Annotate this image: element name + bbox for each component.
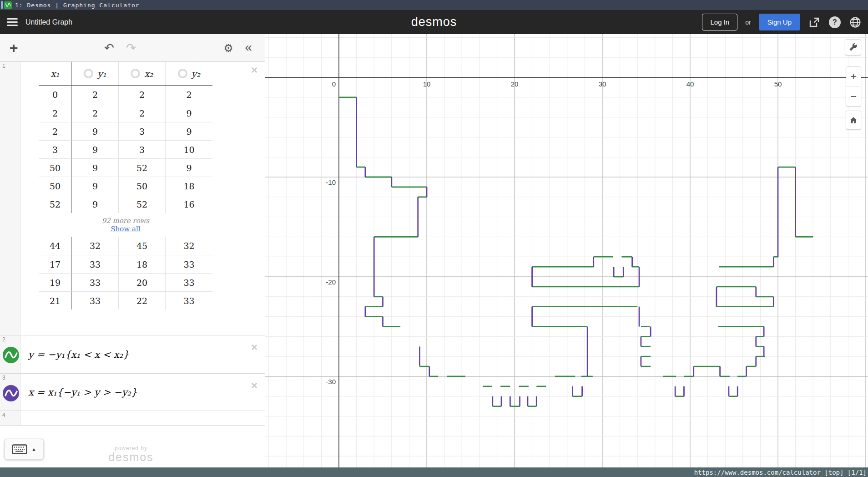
table-cell[interactable]: 52 [119,158,166,177]
more-rows-note: 92 more rows Show all [39,213,212,237]
table-cell[interactable]: 17 [39,255,72,273]
axis-tick-label: 10 [423,80,431,88]
app-header: Untitled Graph desmos Log In or Sign Up … [0,10,868,34]
item-index: 2 [2,336,5,343]
close-icon[interactable]: × [251,66,257,75]
table-cell[interactable]: 3 [39,140,72,158]
expression-item-4-empty[interactable]: 4 [0,411,265,426]
table-row: 19332033 [39,273,212,291]
share-icon[interactable] [808,16,821,29]
table-cell[interactable]: 2 [119,86,166,104]
curve-style-icon-purple[interactable] [2,385,20,402]
expression-latex[interactable]: x = x₁{−y₁ > y > −y₂} [28,387,137,398]
table-cell[interactable]: 50 [39,158,72,177]
zoom-in-button[interactable]: + [846,67,861,86]
table-cell[interactable]: 21 [39,291,72,310]
close-icon[interactable]: × [251,343,257,352]
edit-list-gear-icon[interactable]: ⚙ [219,34,237,62]
table-cell[interactable]: 20 [119,273,166,291]
table-cell[interactable]: 9 [166,104,212,122]
item-index: 4 [2,412,5,418]
table-header-cell: x₂ [119,62,166,85]
column-toggle-circle[interactable] [178,69,187,78]
status-url: https://www.desmos.com/calculator [top] … [694,469,867,476]
undo-icon[interactable]: ↶ [99,34,119,62]
table-cell[interactable]: 2 [72,104,119,122]
curve-style-icon-green[interactable] [2,346,20,364]
axis-tick-label: 40 [686,80,694,88]
axis-tick-label: 0 [332,80,336,88]
table-cell[interactable]: 3 [119,140,166,158]
column-label: x₁ [50,68,59,79]
table-cell[interactable]: 9 [166,158,212,177]
axis-tick-label: 50 [774,80,782,88]
table-row: 21332233 [39,291,212,310]
table-row: 17331833 [39,255,212,273]
login-button[interactable]: Log In [702,14,737,30]
keyboard-toggle-button[interactable]: ▲ [5,439,44,460]
expression-item-table[interactable]: 1 × x₁y₁x₂y₂ 022222292939393105095295095… [0,62,265,335]
expression-item-2[interactable]: 2 y = −y₁{x₁ < x < x₂} × [0,335,265,374]
table-cell[interactable]: 44 [39,237,72,255]
desmos-logo-icon [4,1,12,9]
table-cell[interactable]: 3 [119,122,166,140]
default-view-home-button[interactable] [846,111,861,130]
table-cell[interactable]: 33 [72,291,119,310]
table-cell[interactable]: 32 [166,237,212,255]
zoom-out-button[interactable]: − [846,86,861,106]
table-cell[interactable]: 32 [72,237,119,255]
table-cell[interactable]: 9 [72,122,119,140]
show-all-link[interactable]: Show all [111,225,140,233]
table-cell[interactable]: 9 [72,158,119,177]
table-cell[interactable]: 9 [166,122,212,140]
table-cell[interactable]: 2 [39,122,72,140]
table-cell[interactable]: 10 [166,140,212,158]
table-cell[interactable]: 2 [72,86,119,104]
terminal-titlebar: 1: Desmos | Graphing Calculator [0,0,868,10]
table-cell[interactable]: 9 [72,177,119,195]
table-row: 509529 [39,158,212,177]
table-cell[interactable]: 19 [39,273,72,291]
table-cell[interactable]: 2 [166,86,212,104]
table-cell[interactable]: 0 [39,86,72,104]
table-cell[interactable]: 33 [72,255,119,273]
table-cell[interactable]: 2 [119,104,166,122]
keyboard-open-arrow: ▲ [31,447,36,452]
help-icon[interactable]: ? [828,16,841,29]
signup-button[interactable]: Sign Up [759,14,800,30]
table-header-cell: y₁ [72,62,119,85]
graph-paper[interactable]: 01020304050-10-20-30 [265,34,868,467]
add-expression-button[interactable]: + [5,34,23,62]
close-icon[interactable]: × [251,381,257,390]
table-cell[interactable]: 33 [166,273,212,291]
table-cell[interactable]: 33 [166,255,212,273]
table-row: 44324532 [39,237,212,255]
redo-icon[interactable]: ↷ [121,34,141,62]
window-title: 1: Desmos | Graphing Calculator [15,2,140,9]
table-cell[interactable]: 22 [119,291,166,310]
table-cell[interactable]: 2 [39,104,72,122]
table-cell[interactable]: 52 [39,195,72,213]
status-bar: https://www.desmos.com/calculator [top] … [0,467,868,477]
table-cell[interactable]: 9 [72,140,119,158]
table-cell[interactable]: 18 [119,255,166,273]
collapse-panel-icon[interactable]: « [239,34,257,62]
column-toggle-circle[interactable] [84,69,93,78]
table-cell[interactable]: 9 [72,195,119,213]
column-toggle-circle[interactable] [131,69,140,78]
graph-settings-wrench-button[interactable] [845,39,861,56]
expression-item-3[interactable]: 3 x = x₁{−y₁ > y > −y₂} × [0,374,265,411]
table-cell[interactable]: 45 [119,237,166,255]
table-cell[interactable]: 33 [72,273,119,291]
wrench-icon [848,42,858,52]
expression-latex[interactable]: y = −y₁{x₁ < x < x₂} [28,349,129,360]
table-cell[interactable]: 50 [39,177,72,195]
table-cell[interactable]: 16 [166,195,212,213]
language-globe-icon[interactable] [849,16,862,29]
table-cell[interactable]: 50 [119,177,166,195]
table-cell[interactable]: 52 [119,195,166,213]
table-row: 5295216 [39,195,212,213]
table-rows-bottom: 44324532173318331933203321332233 [39,237,212,310]
table-cell[interactable]: 33 [166,291,212,310]
table-cell[interactable]: 18 [166,177,212,195]
